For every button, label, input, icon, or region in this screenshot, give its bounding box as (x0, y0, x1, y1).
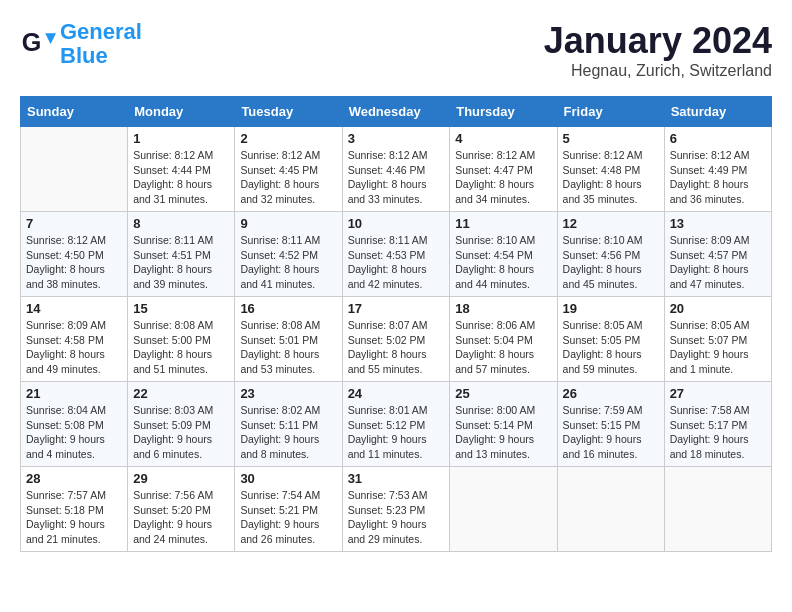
day-info: Sunrise: 8:12 AM Sunset: 4:47 PM Dayligh… (455, 148, 551, 207)
logo: G General Blue (20, 20, 142, 68)
calendar-cell: 24Sunrise: 8:01 AM Sunset: 5:12 PM Dayli… (342, 382, 450, 467)
weekday-header-wednesday: Wednesday (342, 97, 450, 127)
calendar-cell: 5Sunrise: 8:12 AM Sunset: 4:48 PM Daylig… (557, 127, 664, 212)
weekday-header-monday: Monday (128, 97, 235, 127)
weekday-header-saturday: Saturday (664, 97, 771, 127)
day-number: 27 (670, 386, 766, 401)
day-info: Sunrise: 7:53 AM Sunset: 5:23 PM Dayligh… (348, 488, 445, 547)
calendar-cell (664, 467, 771, 552)
calendar-table: SundayMondayTuesdayWednesdayThursdayFrid… (20, 96, 772, 552)
calendar-cell: 15Sunrise: 8:08 AM Sunset: 5:00 PM Dayli… (128, 297, 235, 382)
weekday-header-tuesday: Tuesday (235, 97, 342, 127)
calendar-cell: 28Sunrise: 7:57 AM Sunset: 5:18 PM Dayli… (21, 467, 128, 552)
day-number: 17 (348, 301, 445, 316)
calendar-cell: 23Sunrise: 8:02 AM Sunset: 5:11 PM Dayli… (235, 382, 342, 467)
day-info: Sunrise: 8:03 AM Sunset: 5:09 PM Dayligh… (133, 403, 229, 462)
day-info: Sunrise: 8:05 AM Sunset: 5:05 PM Dayligh… (563, 318, 659, 377)
day-number: 6 (670, 131, 766, 146)
day-info: Sunrise: 8:11 AM Sunset: 4:51 PM Dayligh… (133, 233, 229, 292)
day-info: Sunrise: 8:12 AM Sunset: 4:50 PM Dayligh… (26, 233, 122, 292)
day-info: Sunrise: 8:12 AM Sunset: 4:46 PM Dayligh… (348, 148, 445, 207)
week-row-1: 7Sunrise: 8:12 AM Sunset: 4:50 PM Daylig… (21, 212, 772, 297)
day-number: 18 (455, 301, 551, 316)
calendar-cell (450, 467, 557, 552)
day-info: Sunrise: 8:12 AM Sunset: 4:45 PM Dayligh… (240, 148, 336, 207)
day-info: Sunrise: 8:12 AM Sunset: 4:48 PM Dayligh… (563, 148, 659, 207)
day-number: 21 (26, 386, 122, 401)
calendar-cell: 13Sunrise: 8:09 AM Sunset: 4:57 PM Dayli… (664, 212, 771, 297)
title-block: January 2024 Hegnau, Zurich, Switzerland (544, 20, 772, 80)
day-number: 12 (563, 216, 659, 231)
calendar-cell: 29Sunrise: 7:56 AM Sunset: 5:20 PM Dayli… (128, 467, 235, 552)
day-number: 13 (670, 216, 766, 231)
week-row-2: 14Sunrise: 8:09 AM Sunset: 4:58 PM Dayli… (21, 297, 772, 382)
location: Hegnau, Zurich, Switzerland (544, 62, 772, 80)
calendar-cell: 12Sunrise: 8:10 AM Sunset: 4:56 PM Dayli… (557, 212, 664, 297)
calendar-cell: 16Sunrise: 8:08 AM Sunset: 5:01 PM Dayli… (235, 297, 342, 382)
day-info: Sunrise: 8:10 AM Sunset: 4:54 PM Dayligh… (455, 233, 551, 292)
day-info: Sunrise: 8:11 AM Sunset: 4:52 PM Dayligh… (240, 233, 336, 292)
calendar-cell: 11Sunrise: 8:10 AM Sunset: 4:54 PM Dayli… (450, 212, 557, 297)
calendar-cell: 27Sunrise: 7:58 AM Sunset: 5:17 PM Dayli… (664, 382, 771, 467)
week-row-3: 21Sunrise: 8:04 AM Sunset: 5:08 PM Dayli… (21, 382, 772, 467)
day-number: 3 (348, 131, 445, 146)
day-info: Sunrise: 8:11 AM Sunset: 4:53 PM Dayligh… (348, 233, 445, 292)
calendar-cell: 3Sunrise: 8:12 AM Sunset: 4:46 PM Daylig… (342, 127, 450, 212)
day-info: Sunrise: 7:54 AM Sunset: 5:21 PM Dayligh… (240, 488, 336, 547)
day-info: Sunrise: 8:08 AM Sunset: 5:00 PM Dayligh… (133, 318, 229, 377)
week-row-0: 1Sunrise: 8:12 AM Sunset: 4:44 PM Daylig… (21, 127, 772, 212)
weekday-header-row: SundayMondayTuesdayWednesdayThursdayFrid… (21, 97, 772, 127)
day-info: Sunrise: 8:05 AM Sunset: 5:07 PM Dayligh… (670, 318, 766, 377)
logo-icon: G (20, 26, 56, 62)
day-number: 28 (26, 471, 122, 486)
day-info: Sunrise: 8:12 AM Sunset: 4:49 PM Dayligh… (670, 148, 766, 207)
day-number: 26 (563, 386, 659, 401)
day-info: Sunrise: 8:00 AM Sunset: 5:14 PM Dayligh… (455, 403, 551, 462)
day-number: 24 (348, 386, 445, 401)
day-number: 9 (240, 216, 336, 231)
day-number: 16 (240, 301, 336, 316)
day-number: 1 (133, 131, 229, 146)
calendar-cell: 8Sunrise: 8:11 AM Sunset: 4:51 PM Daylig… (128, 212, 235, 297)
day-info: Sunrise: 8:04 AM Sunset: 5:08 PM Dayligh… (26, 403, 122, 462)
day-number: 20 (670, 301, 766, 316)
day-info: Sunrise: 8:07 AM Sunset: 5:02 PM Dayligh… (348, 318, 445, 377)
month-title: January 2024 (544, 20, 772, 62)
day-info: Sunrise: 8:08 AM Sunset: 5:01 PM Dayligh… (240, 318, 336, 377)
day-info: Sunrise: 8:09 AM Sunset: 4:58 PM Dayligh… (26, 318, 122, 377)
day-info: Sunrise: 8:01 AM Sunset: 5:12 PM Dayligh… (348, 403, 445, 462)
day-info: Sunrise: 7:56 AM Sunset: 5:20 PM Dayligh… (133, 488, 229, 547)
calendar-cell: 25Sunrise: 8:00 AM Sunset: 5:14 PM Dayli… (450, 382, 557, 467)
calendar-cell: 26Sunrise: 7:59 AM Sunset: 5:15 PM Dayli… (557, 382, 664, 467)
weekday-header-sunday: Sunday (21, 97, 128, 127)
calendar-cell: 20Sunrise: 8:05 AM Sunset: 5:07 PM Dayli… (664, 297, 771, 382)
calendar-cell: 22Sunrise: 8:03 AM Sunset: 5:09 PM Dayli… (128, 382, 235, 467)
day-number: 14 (26, 301, 122, 316)
calendar-cell: 7Sunrise: 8:12 AM Sunset: 4:50 PM Daylig… (21, 212, 128, 297)
day-number: 30 (240, 471, 336, 486)
day-info: Sunrise: 7:59 AM Sunset: 5:15 PM Dayligh… (563, 403, 659, 462)
calendar-cell: 31Sunrise: 7:53 AM Sunset: 5:23 PM Dayli… (342, 467, 450, 552)
day-number: 2 (240, 131, 336, 146)
day-info: Sunrise: 8:12 AM Sunset: 4:44 PM Dayligh… (133, 148, 229, 207)
day-number: 11 (455, 216, 551, 231)
calendar-cell: 21Sunrise: 8:04 AM Sunset: 5:08 PM Dayli… (21, 382, 128, 467)
day-number: 29 (133, 471, 229, 486)
day-number: 15 (133, 301, 229, 316)
day-number: 8 (133, 216, 229, 231)
day-number: 31 (348, 471, 445, 486)
calendar-cell: 18Sunrise: 8:06 AM Sunset: 5:04 PM Dayli… (450, 297, 557, 382)
calendar-cell: 30Sunrise: 7:54 AM Sunset: 5:21 PM Dayli… (235, 467, 342, 552)
day-number: 4 (455, 131, 551, 146)
day-number: 5 (563, 131, 659, 146)
day-number: 19 (563, 301, 659, 316)
page-header: G General Blue January 2024 Hegnau, Zuri… (20, 20, 772, 80)
calendar-cell: 4Sunrise: 8:12 AM Sunset: 4:47 PM Daylig… (450, 127, 557, 212)
day-info: Sunrise: 8:09 AM Sunset: 4:57 PM Dayligh… (670, 233, 766, 292)
day-info: Sunrise: 7:57 AM Sunset: 5:18 PM Dayligh… (26, 488, 122, 547)
calendar-cell: 1Sunrise: 8:12 AM Sunset: 4:44 PM Daylig… (128, 127, 235, 212)
day-number: 22 (133, 386, 229, 401)
week-row-4: 28Sunrise: 7:57 AM Sunset: 5:18 PM Dayli… (21, 467, 772, 552)
day-info: Sunrise: 8:06 AM Sunset: 5:04 PM Dayligh… (455, 318, 551, 377)
calendar-cell: 6Sunrise: 8:12 AM Sunset: 4:49 PM Daylig… (664, 127, 771, 212)
